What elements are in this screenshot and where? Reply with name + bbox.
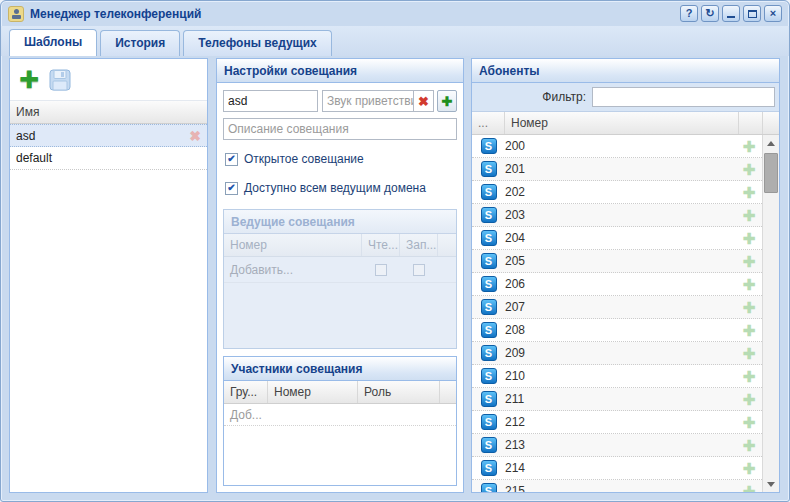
sip-icon-cell	[472, 322, 505, 338]
column-header-name[interactable]: Имя	[10, 101, 207, 123]
add-template-button[interactable]: ✚	[19, 68, 39, 92]
app-icon	[8, 6, 24, 22]
column-header-type[interactable]: ...	[472, 112, 505, 134]
template-list-item[interactable]: asd	[10, 124, 207, 147]
add-subscriber-icon[interactable]	[736, 438, 762, 453]
delete-template-icon[interactable]	[189, 129, 201, 143]
subscriber-row[interactable]: 201	[472, 158, 762, 181]
settings-panel-header: Настройки совещания	[217, 59, 463, 83]
sip-icon	[481, 207, 497, 223]
subscriber-row[interactable]: 202	[472, 181, 762, 204]
tab-item[interactable]: Шаблоны	[9, 29, 97, 56]
filter-input[interactable]	[592, 87, 775, 107]
refresh-button[interactable]: ↻	[701, 5, 719, 22]
add-subscriber-icon[interactable]	[736, 369, 762, 384]
arrow-up-icon	[767, 141, 775, 146]
column-header-role[interactable]: Роль	[358, 381, 440, 403]
sip-icon-cell	[472, 345, 505, 361]
disabled-checkbox-icon	[375, 264, 387, 276]
subscriber-row[interactable]: 209	[472, 342, 762, 365]
scroll-down-button[interactable]	[763, 476, 779, 492]
minimize-button[interactable]	[722, 5, 740, 22]
subscriber-row[interactable]: 206	[472, 273, 762, 296]
open-conference-checkbox[interactable]: ✔ Открытое совещание	[225, 152, 457, 166]
add-sound-button[interactable]: ✚	[437, 90, 457, 112]
subscriber-number: 200	[505, 139, 736, 153]
help-button[interactable]: ?	[680, 5, 698, 22]
participants-add-placeholder: Доб...	[230, 408, 262, 422]
scrollbar-thumb[interactable]	[764, 153, 778, 193]
scroll-up-button[interactable]	[763, 135, 779, 151]
subscriber-row[interactable]: 205	[472, 250, 762, 273]
add-subscriber-icon[interactable]	[736, 484, 762, 493]
sip-icon	[481, 253, 497, 269]
column-header-number[interactable]: Номер	[268, 381, 358, 403]
add-subscriber-icon[interactable]	[736, 277, 762, 292]
subscriber-row[interactable]: 210	[472, 365, 762, 388]
window-title: Менеджер телеконференций	[30, 7, 680, 21]
column-header-number: Номер	[224, 234, 362, 256]
participants-panel: Участники совещания Гру... Номер Роль До…	[223, 356, 457, 486]
subscriber-row[interactable]: 215	[472, 480, 762, 492]
sip-icon-cell	[472, 253, 505, 269]
subscriber-number: 206	[505, 277, 736, 291]
tab-strip: Шаблоны История Телефоны ведущих	[1, 26, 789, 56]
vertical-scrollbar[interactable]	[762, 135, 779, 492]
subscriber-row[interactable]: 213	[472, 434, 762, 457]
subscriber-row[interactable]: 204	[472, 227, 762, 250]
sip-icon	[481, 161, 497, 177]
add-subscriber-icon[interactable]	[736, 461, 762, 476]
template-list-item[interactable]: default	[10, 147, 207, 170]
subscriber-number: 212	[505, 415, 736, 429]
subscriber-number: 214	[505, 461, 736, 475]
close-button[interactable]: ×	[764, 5, 782, 22]
add-subscriber-icon[interactable]	[736, 185, 762, 200]
column-header-group[interactable]: Гру...	[224, 381, 268, 403]
subscriber-row[interactable]: 208	[472, 319, 762, 342]
subscriber-row[interactable]: 212	[472, 411, 762, 434]
greeting-sound-field[interactable]: Звук приветствия	[322, 90, 414, 112]
domain-access-checkbox[interactable]: ✔ Доступно всем ведущим домена	[225, 181, 457, 195]
settings-body: Звук приветствия ✖ ✚ ✔ Открытое совещани…	[217, 83, 463, 492]
add-subscriber-icon[interactable]	[736, 392, 762, 407]
add-subscriber-icon[interactable]	[736, 254, 762, 269]
add-subscriber-icon[interactable]	[736, 323, 762, 338]
clear-sound-button[interactable]: ✖	[414, 90, 434, 112]
sip-icon-cell	[472, 414, 505, 430]
column-header-number[interactable]: Номер	[505, 112, 738, 134]
template-name: asd	[16, 129, 189, 143]
main-content: ✚ Имя asd default	[9, 58, 780, 493]
add-subscriber-icon[interactable]	[736, 346, 762, 361]
save-template-button[interactable]	[48, 68, 72, 92]
sip-icon	[481, 322, 497, 338]
add-subscriber-icon[interactable]	[736, 208, 762, 223]
tab-item[interactable]: История	[100, 30, 180, 56]
maximize-button[interactable]	[743, 5, 761, 22]
conference-description-input[interactable]	[223, 118, 457, 140]
templates-toolbar: ✚	[10, 59, 207, 101]
sip-icon-cell	[472, 230, 505, 246]
subscriber-number: 213	[505, 438, 736, 452]
column-header-action-spacer	[738, 112, 762, 134]
subscriber-row[interactable]: 211	[472, 388, 762, 411]
minimize-icon	[727, 16, 735, 18]
add-subscriber-icon[interactable]	[736, 162, 762, 177]
tab-item[interactable]: Телефоны ведущих	[183, 30, 332, 56]
sip-icon	[481, 299, 497, 315]
subscriber-row[interactable]: 203	[472, 204, 762, 227]
participants-add-row[interactable]: Доб...	[224, 404, 456, 426]
subscriber-row[interactable]: 207	[472, 296, 762, 319]
conference-name-input[interactable]	[223, 90, 318, 112]
subscriber-row[interactable]: 200	[472, 135, 762, 158]
settings-panel: Настройки совещания Звук приветствия ✖ ✚…	[216, 58, 464, 493]
add-subscriber-icon[interactable]	[736, 139, 762, 154]
add-subscriber-icon[interactable]	[736, 300, 762, 315]
add-subscriber-icon[interactable]	[736, 415, 762, 430]
window-controls: ? ↻ ×	[680, 5, 782, 22]
subscriber-number: 207	[505, 300, 736, 314]
add-subscriber-icon[interactable]	[736, 231, 762, 246]
leaders-add-row: Добавить...	[224, 257, 456, 283]
subscriber-row[interactable]: 214	[472, 457, 762, 480]
subscriber-number: 201	[505, 162, 736, 176]
subscribers-grid-header: ... Номер	[472, 112, 779, 135]
